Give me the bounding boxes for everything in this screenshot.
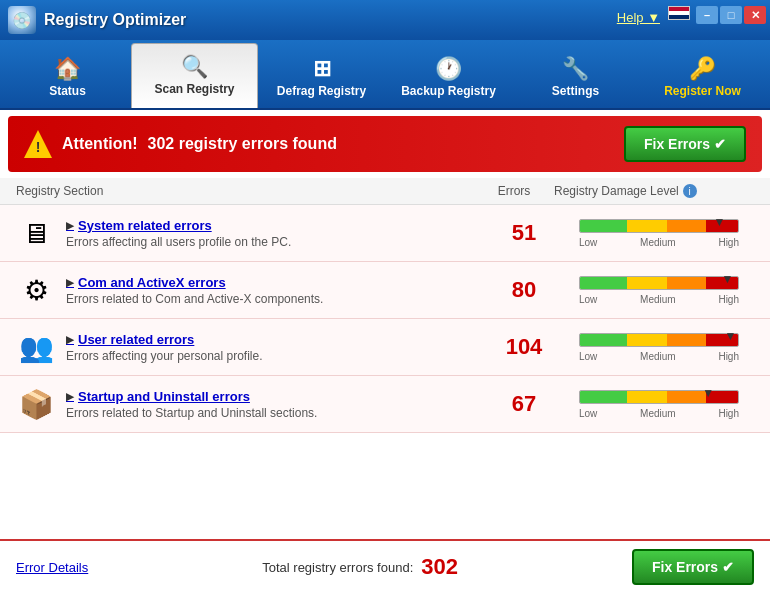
- user-count: 104: [494, 334, 554, 360]
- startup-icon: 📦: [16, 386, 56, 422]
- total-section: Total registry errors found: 302: [262, 554, 458, 580]
- footer: Error Details Total registry errors foun…: [0, 539, 770, 593]
- total-label: Total registry errors found:: [262, 560, 413, 575]
- tab-backup-registry[interactable]: 🕐 Backup Registry: [385, 48, 512, 108]
- title-bar: 💿 Registry Optimizer Help ▼ – □ ✕: [0, 0, 770, 40]
- attention-banner: Attention! 302 registry errors found Fix…: [8, 116, 762, 172]
- app-icon: 💿: [8, 6, 36, 34]
- comactivex-desc: Errors related to Com and Active-X compo…: [66, 292, 484, 306]
- tab-scan-label: Scan Registry: [154, 82, 234, 96]
- comactivex-icon: ⚙: [16, 272, 56, 308]
- comactivex-damage: ▼ Low Medium High: [564, 276, 754, 305]
- seg-yellow: [627, 391, 667, 403]
- damage-marker-2: ▼: [721, 272, 733, 286]
- tab-settings[interactable]: 🔧 Settings: [512, 48, 639, 108]
- user-damage: ▼ Low Medium High: [564, 333, 754, 362]
- damage-labels-2: Low Medium High: [579, 294, 739, 305]
- backup-icon: 🕐: [435, 58, 462, 80]
- tab-status-label: Status: [49, 84, 86, 98]
- close-button[interactable]: ✕: [744, 6, 766, 24]
- fix-errors-button-top[interactable]: Fix Errors ✔: [624, 126, 746, 162]
- comactivex-info: Com and ActiveX errors Errors related to…: [66, 275, 484, 306]
- attention-left: Attention! 302 registry errors found: [24, 130, 337, 158]
- system-damage: ▼ Low Medium High: [564, 219, 754, 248]
- total-count: 302: [421, 554, 458, 580]
- table-row: 🖥 System related errors Errors affecting…: [0, 205, 770, 262]
- status-icon: 🏠: [54, 58, 81, 80]
- seg-orange: [667, 334, 707, 346]
- seg-green: [580, 334, 627, 346]
- seg-green: [580, 391, 627, 403]
- warning-icon: [24, 130, 52, 158]
- startup-damage-bar: [579, 390, 739, 404]
- system-title[interactable]: System related errors: [66, 218, 484, 233]
- col-header-errors: Errors: [474, 184, 554, 198]
- help-link[interactable]: Help ▼: [617, 10, 660, 25]
- col-header-damage: Registry Damage Level i: [554, 184, 754, 198]
- info-icon[interactable]: i: [683, 184, 697, 198]
- table-row: 📦 Startup and Uninstall errors Errors re…: [0, 376, 770, 433]
- system-icon: 🖥: [16, 215, 56, 251]
- user-desc: Errors affecting your personal profile.: [66, 349, 484, 363]
- comactivex-count: 80: [494, 277, 554, 303]
- seg-orange: [667, 277, 707, 289]
- nav-bar: 🏠 Status 🔍 Scan Registry ⊞ Defrag Regist…: [0, 40, 770, 110]
- minimize-button[interactable]: –: [696, 6, 718, 24]
- system-desc: Errors affecting all users profile on th…: [66, 235, 484, 249]
- settings-icon: 🔧: [562, 58, 589, 80]
- tab-settings-label: Settings: [552, 84, 599, 98]
- maximize-button[interactable]: □: [720, 6, 742, 24]
- tab-scan-registry[interactable]: 🔍 Scan Registry: [131, 43, 258, 108]
- system-count: 51: [494, 220, 554, 246]
- fix-errors-button-bottom[interactable]: Fix Errors ✔: [632, 549, 754, 585]
- user-damage-bar: [579, 333, 739, 347]
- attention-prefix: Attention!: [62, 135, 138, 153]
- seg-yellow: [627, 220, 667, 232]
- col-header-section: Registry Section: [16, 184, 474, 198]
- attention-message: 302 registry errors found: [148, 135, 337, 153]
- table-row: ⚙ Com and ActiveX errors Errors related …: [0, 262, 770, 319]
- table-row: 👥 User related errors Errors affecting y…: [0, 319, 770, 376]
- comactivex-damage-bar: [579, 276, 739, 290]
- seg-orange: [667, 391, 707, 403]
- startup-info: Startup and Uninstall errors Errors rela…: [66, 389, 484, 420]
- system-info: System related errors Errors affecting a…: [66, 218, 484, 249]
- error-details-link[interactable]: Error Details: [16, 560, 88, 575]
- seg-yellow: [627, 277, 667, 289]
- tab-register-label: Register Now: [664, 84, 741, 98]
- seg-green: [580, 220, 627, 232]
- tab-defrag-registry[interactable]: ⊞ Defrag Registry: [258, 48, 385, 108]
- main-content: Attention! 302 registry errors found Fix…: [0, 110, 770, 593]
- tab-register-now[interactable]: 🔑 Register Now: [639, 48, 766, 108]
- damage-labels-1: Low Medium High: [579, 237, 739, 248]
- damage-labels-3: Low Medium High: [579, 351, 739, 362]
- startup-title[interactable]: Startup and Uninstall errors: [66, 389, 484, 404]
- table-header: Registry Section Errors Registry Damage …: [0, 178, 770, 205]
- app-title: Registry Optimizer: [44, 11, 186, 29]
- damage-marker-1: ▼: [713, 215, 725, 229]
- seg-yellow: [627, 334, 667, 346]
- startup-desc: Errors related to Startup and Uninstall …: [66, 406, 484, 420]
- error-list: 🖥 System related errors Errors affecting…: [0, 205, 770, 539]
- tab-backup-label: Backup Registry: [401, 84, 496, 98]
- damage-marker-3: ▼: [725, 329, 737, 343]
- damage-labels-4: Low Medium High: [579, 408, 739, 419]
- user-title[interactable]: User related errors: [66, 332, 484, 347]
- defrag-icon: ⊞: [313, 58, 331, 80]
- flag-icon: [668, 6, 690, 20]
- col-damage-label: Registry Damage Level: [554, 184, 679, 198]
- tab-status[interactable]: 🏠 Status: [4, 48, 131, 108]
- startup-count: 67: [494, 391, 554, 417]
- startup-damage: ▼ Low Medium High: [564, 390, 754, 419]
- seg-orange: [667, 220, 707, 232]
- user-icon: 👥: [16, 329, 56, 365]
- user-info: User related errors Errors affecting you…: [66, 332, 484, 363]
- register-icon: 🔑: [689, 58, 716, 80]
- damage-marker-4: ▼: [702, 386, 714, 400]
- scan-icon: 🔍: [181, 56, 208, 78]
- comactivex-title[interactable]: Com and ActiveX errors: [66, 275, 484, 290]
- window-controls: – □ ✕: [696, 6, 766, 24]
- tab-defrag-label: Defrag Registry: [277, 84, 366, 98]
- seg-green: [580, 277, 627, 289]
